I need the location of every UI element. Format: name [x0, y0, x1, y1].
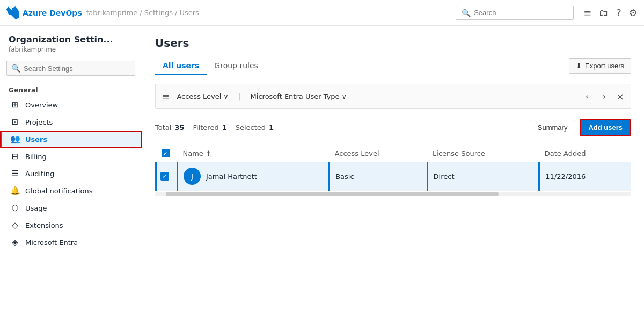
access-level-filter[interactable]: Access Level ∨ — [173, 91, 231, 102]
tab-actions: ⬇ Export users — [569, 58, 631, 74]
row-name-cell: J Jamal Hartnett — [178, 162, 330, 191]
sidebar-item-users[interactable]: 👥 Users — [0, 131, 142, 148]
sidebar-search-input[interactable] — [24, 64, 130, 73]
export-users-button[interactable]: ⬇ Export users — [569, 58, 631, 74]
sidebar-item-extensions[interactable]: ◇ Extensions — [0, 217, 142, 234]
add-users-button[interactable]: Add users — [580, 119, 631, 136]
main-content: Users All users Group rules ⬇ Export use… — [142, 26, 644, 317]
chevron-down-icon: ∨ — [342, 92, 347, 100]
filter-bar: ≡ Access Level ∨ | Microsoft Entra User … — [155, 84, 631, 109]
col-name[interactable]: Name ↑ — [178, 145, 330, 162]
users-icon: 👥 — [10, 134, 20, 144]
select-all-checkbox[interactable] — [162, 149, 170, 157]
stats-bar: Total 35 Filtered 1 Selected 1 Summary A… — [155, 116, 631, 139]
breadcrumb: fabrikamprime / Settings / Users — [86, 9, 199, 17]
users-table: Name ↑ Access Level License Source Date … — [155, 145, 631, 191]
filter-separator: | — [238, 92, 241, 100]
col-license-source[interactable]: License Source — [427, 145, 539, 162]
prev-filter-button[interactable]: ‹ — [580, 89, 595, 104]
billing-icon: ⊟ — [10, 152, 20, 161]
user-settings-icon[interactable]: ⚙ — [629, 7, 638, 18]
chevron-down-icon: ∨ — [223, 92, 229, 100]
col-access-level[interactable]: Access Level — [330, 145, 427, 162]
user-name-cell: J Jamal Hartnett — [184, 168, 323, 185]
total-value: 35 — [174, 124, 184, 132]
search-icon: 🔍 — [11, 64, 20, 73]
usage-icon: ⬡ — [10, 203, 20, 213]
row-date-added: 11/22/2016 — [539, 162, 631, 191]
row-access-level: Basic — [330, 162, 427, 191]
org-title: Organization Settin... — [9, 34, 133, 45]
avatar: J — [184, 168, 201, 185]
sidebar-item-usage[interactable]: ⬡ Usage — [0, 199, 142, 217]
total-label: Total — [155, 124, 171, 132]
selected-label: Selected — [236, 124, 266, 132]
summary-button[interactable]: Summary — [530, 120, 576, 135]
row-license-source: Direct — [427, 162, 539, 191]
briefcase-icon[interactable]: 🗂 — [599, 7, 609, 18]
user-name: Jamal Hartnett — [206, 172, 257, 181]
sidebar-search-box[interactable]: 🔍 — [6, 61, 135, 76]
list-icon[interactable]: ≡ — [583, 7, 591, 18]
entra-icon: ◈ — [10, 237, 20, 247]
sidebar-item-billing[interactable]: ⊟ Billing — [0, 148, 142, 165]
filtered-value: 1 — [222, 124, 227, 132]
horizontal-scrollbar-track[interactable] — [155, 192, 631, 196]
filter-navigation: ‹ › × — [580, 89, 624, 104]
col-date-added[interactable]: Date Added — [539, 145, 631, 162]
sidebar-header: Organization Settin... fabrikamprime — [0, 26, 142, 55]
layout: Organization Settin... fabrikamprime 🔍 G… — [0, 26, 644, 317]
global-search-input[interactable] — [474, 9, 568, 17]
tab-group-rules[interactable]: Group rules — [207, 57, 266, 75]
next-filter-button[interactable]: › — [597, 89, 612, 104]
sidebar: Organization Settin... fabrikamprime 🔍 G… — [0, 26, 142, 317]
horizontal-scrollbar-thumb[interactable] — [166, 192, 499, 196]
search-icon: 🔍 — [462, 9, 471, 17]
sidebar-item-projects[interactable]: ⊡ Projects — [0, 113, 142, 131]
app-logo[interactable]: Azure DevOps — [6, 6, 82, 19]
global-search-box[interactable]: 🔍 — [456, 6, 574, 20]
topnav: Azure DevOps fabrikamprime / Settings / … — [0, 0, 644, 26]
users-table-container: Name ↑ Access Level License Source Date … — [155, 145, 631, 196]
sidebar-item-overview[interactable]: ⊞ Overview — [0, 96, 142, 113]
page-title: Users — [155, 37, 631, 49]
row-select-checkbox[interactable] — [160, 172, 169, 181]
row-checkbox[interactable] — [156, 162, 178, 191]
sidebar-item-global-notifications[interactable]: 🔔 Global notifications — [0, 182, 142, 199]
entra-user-type-filter[interactable]: Microsoft Entra User Type ∨ — [247, 91, 350, 102]
col-checkbox — [156, 145, 178, 162]
stats-actions: Summary Add users — [530, 119, 631, 136]
filter-icon: ≡ — [162, 91, 169, 102]
filtered-label: Filtered — [193, 124, 218, 132]
projects-icon: ⊡ — [10, 117, 20, 127]
clear-filter-button[interactable]: × — [616, 91, 624, 102]
sidebar-item-microsoft-entra[interactable]: ◈ Microsoft Entra — [0, 234, 142, 251]
notifications-icon: 🔔 — [10, 186, 20, 196]
table-header-row: Name ↑ Access Level License Source Date … — [156, 145, 632, 162]
extensions-icon: ◇ — [10, 220, 20, 230]
sidebar-item-auditing[interactable]: ☰ Auditing — [0, 165, 142, 182]
auditing-icon: ☰ — [10, 169, 20, 178]
help-icon[interactable]: ? — [616, 7, 621, 18]
selected-value: 1 — [269, 124, 274, 132]
sidebar-section-general: General — [0, 81, 142, 96]
topnav-icons: ≡ 🗂 ? ⚙ — [583, 7, 638, 18]
overview-icon: ⊞ — [10, 100, 20, 110]
org-subtitle: fabrikamprime — [9, 46, 133, 53]
download-icon: ⬇ — [576, 62, 582, 70]
tab-all-users[interactable]: All users — [155, 57, 207, 75]
table-row[interactable]: J Jamal Hartnett Basic Direct 11/22/2016 — [156, 162, 632, 191]
tabs-bar: All users Group rules ⬇ Export users — [155, 57, 631, 75]
